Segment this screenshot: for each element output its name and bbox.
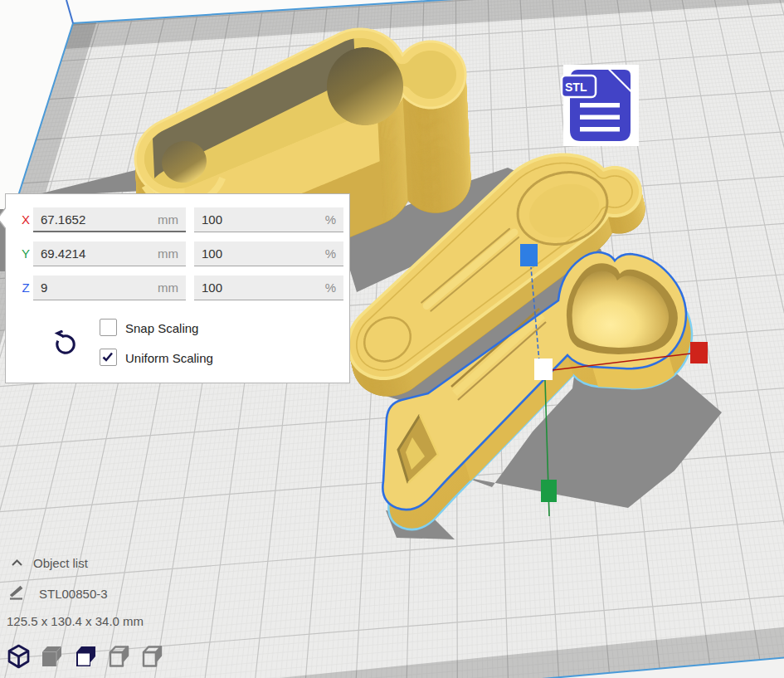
svg-text:STL: STL — [565, 80, 587, 94]
